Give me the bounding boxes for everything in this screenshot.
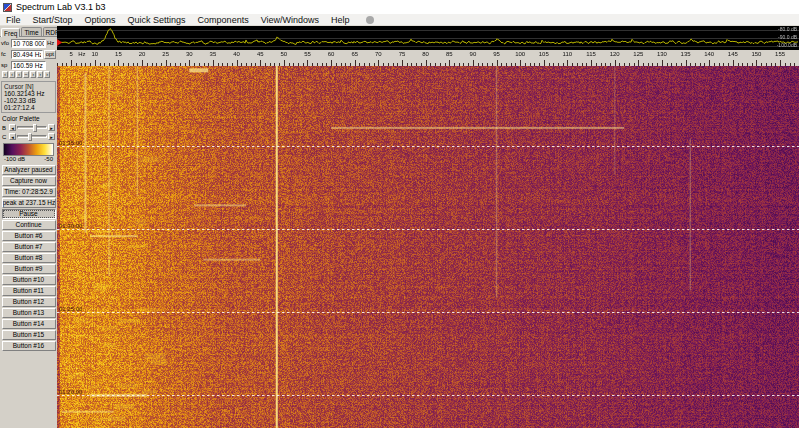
color-palette-panel: Color Palette B ◂ ▸ C ◂ ▸ -100 dB -50 bbox=[1, 114, 56, 163]
spectrum-db-label-0: -80.0 dB bbox=[778, 27, 797, 32]
slider-left-arrow-icon[interactable]: ◂ bbox=[9, 133, 16, 140]
sp-row: sp bbox=[0, 59, 57, 70]
sidebar-button-stack: Analyzer pausedCapture nowTime: 07:28:52… bbox=[0, 165, 57, 351]
button-15[interactable]: Button #15 bbox=[2, 330, 56, 340]
menu-item-quick-settings[interactable]: Quick Settings bbox=[122, 14, 192, 26]
menu-item-help[interactable]: Help bbox=[325, 14, 356, 26]
app-icon bbox=[3, 3, 12, 12]
waterfall-time-label-1: 01:30:00 bbox=[59, 223, 82, 229]
waterfall-time-label-2: 01:25:00 bbox=[59, 306, 82, 312]
contrast-slider-row: C ◂ ▸ bbox=[2, 132, 55, 141]
tab-freq[interactable]: Freq bbox=[1, 28, 20, 37]
sp-input[interactable] bbox=[11, 61, 46, 70]
time-display-button[interactable]: Time: 07:28:52.9 bbox=[2, 187, 56, 197]
slider-right-arrow-icon[interactable]: ▸ bbox=[48, 133, 55, 140]
freq-tick-label-135: 135 bbox=[681, 51, 691, 58]
freq-tick-label-125: 125 bbox=[633, 51, 643, 58]
freq-tick-label-90: 90 bbox=[470, 51, 477, 58]
waterfall-canvas[interactable] bbox=[57, 66, 799, 428]
vfo-row: vfo Hz bbox=[0, 37, 57, 48]
button-16[interactable]: Button #16 bbox=[2, 341, 56, 351]
freq-tick-label-155: 155 bbox=[775, 51, 785, 58]
freq-step-button-4[interactable]: › bbox=[30, 71, 36, 78]
menu-item-start-stop[interactable]: Start/Stop bbox=[27, 14, 79, 26]
freq-tick-label-120: 120 bbox=[610, 51, 620, 58]
fc-options-button[interactable]: opt bbox=[44, 50, 56, 59]
frequency-step-buttons: ‹‹‹–››› bbox=[0, 70, 57, 79]
menu-item-file[interactable]: File bbox=[0, 14, 27, 26]
control-sidebar: Freq Time RDF vfo Hz fc opt sp ‹‹‹–››› C… bbox=[0, 26, 57, 428]
button-6[interactable]: Button #6 bbox=[2, 231, 56, 241]
freq-tick-label-75: 75 bbox=[399, 51, 406, 58]
freq-tick-label-95: 95 bbox=[493, 51, 500, 58]
cursor-title: Cursor [N] bbox=[4, 83, 53, 90]
menu-item-components[interactable]: Components bbox=[192, 14, 255, 26]
freq-tick-label-100: 100 bbox=[515, 51, 525, 58]
fc-label: fc bbox=[1, 51, 10, 57]
pause-button[interactable]: Pause bbox=[2, 209, 56, 219]
freq-step-button-0[interactable]: ‹ bbox=[2, 71, 8, 78]
spectrum-graph[interactable]: -80.0 dB-90.0 dB-100.0dB bbox=[57, 26, 799, 50]
freq-tick-label-15: 15 bbox=[115, 51, 122, 58]
freq-tick-label-115: 115 bbox=[586, 51, 596, 58]
waterfall-display[interactable]: 01:35:0001:30:0001:25:0001:20:00 bbox=[57, 66, 799, 428]
title-bar: Spectrum Lab V3.1 b3 bbox=[0, 0, 799, 14]
spectrum-canvas[interactable] bbox=[57, 26, 799, 50]
spectrum-db-label-2: -100.0dB bbox=[777, 43, 797, 48]
freq-tick-label-85: 85 bbox=[446, 51, 453, 58]
button-11[interactable]: Button #11 bbox=[2, 286, 56, 296]
peak-display-button[interactable]: peak at 237.15 Hz bbox=[2, 198, 56, 208]
button-10[interactable]: Button #10 bbox=[2, 275, 56, 285]
freq-step-button-2[interactable]: ‹ bbox=[16, 71, 22, 78]
slider-left-arrow-icon[interactable]: ◂ bbox=[9, 124, 16, 131]
freq-step-button-6[interactable]: › bbox=[44, 71, 50, 78]
freq-step-button-3[interactable]: – bbox=[23, 71, 29, 78]
analyzer-paused-button[interactable]: Analyzer paused bbox=[2, 165, 56, 175]
freq-unit-label: Hz bbox=[78, 51, 85, 58]
tab-time[interactable]: Time bbox=[21, 27, 41, 36]
vfo-label: vfo bbox=[1, 40, 10, 46]
cursor-frequency-value: 160.32143 Hz bbox=[4, 90, 53, 97]
brightness-slider-row: B ◂ ▸ bbox=[2, 123, 55, 132]
freq-tick-label-80: 80 bbox=[422, 51, 429, 58]
freq-tick-label-105: 105 bbox=[539, 51, 549, 58]
freq-tick-label-55: 55 bbox=[304, 51, 311, 58]
color-palette-title: Color Palette bbox=[2, 115, 55, 122]
vfo-input[interactable] bbox=[11, 39, 46, 48]
button-12[interactable]: Button #12 bbox=[2, 297, 56, 307]
brightness-slider[interactable] bbox=[17, 126, 47, 129]
contrast-slider[interactable] bbox=[17, 135, 47, 138]
freq-tick-label-145: 145 bbox=[728, 51, 738, 58]
frequency-scale: 5101520253035404550556065707580859095100… bbox=[57, 50, 799, 66]
fc-row: fc opt bbox=[0, 48, 57, 59]
freq-tick-label-35: 35 bbox=[210, 51, 217, 58]
freq-tick-label-5: 5 bbox=[70, 51, 73, 58]
menu-item-view-windows[interactable]: View/Windows bbox=[255, 14, 325, 26]
contrast-slider-thumb[interactable] bbox=[28, 133, 32, 141]
waterfall-time-label-3: 01:20:00 bbox=[59, 389, 82, 395]
sp-label: sp bbox=[1, 62, 10, 68]
freq-tick-label-25: 25 bbox=[162, 51, 169, 58]
cursor-time-value: 01:27:12.4 bbox=[4, 104, 53, 111]
continue-button[interactable]: Continue bbox=[2, 220, 56, 230]
freq-tick-label-60: 60 bbox=[328, 51, 335, 58]
waterfall-time-label-0: 01:35:00 bbox=[59, 140, 82, 146]
slider-right-arrow-icon[interactable]: ▸ bbox=[48, 124, 55, 131]
fc-input[interactable] bbox=[11, 50, 43, 59]
status-led-icon bbox=[366, 16, 374, 24]
button-9[interactable]: Button #9 bbox=[2, 264, 56, 274]
button-13[interactable]: Button #13 bbox=[2, 308, 56, 318]
freq-step-button-5[interactable]: › bbox=[37, 71, 43, 78]
capture-now-button[interactable]: Capture now bbox=[2, 176, 56, 186]
button-14[interactable]: Button #14 bbox=[2, 319, 56, 329]
menu-bar: FileStart/StopOptionsQuick SettingsCompo… bbox=[0, 14, 799, 26]
menu-item-options[interactable]: Options bbox=[79, 14, 122, 26]
button-8[interactable]: Button #8 bbox=[2, 253, 56, 263]
freq-step-button-1[interactable]: ‹ bbox=[9, 71, 15, 78]
button-7[interactable]: Button #7 bbox=[2, 242, 56, 252]
menu-items: FileStart/StopOptionsQuick SettingsCompo… bbox=[0, 14, 356, 26]
contrast-slider-label: C bbox=[2, 134, 8, 140]
palette-min-label: -100 dB bbox=[4, 156, 25, 162]
freq-tick-label-45: 45 bbox=[257, 51, 264, 58]
brightness-slider-thumb[interactable] bbox=[33, 124, 37, 132]
